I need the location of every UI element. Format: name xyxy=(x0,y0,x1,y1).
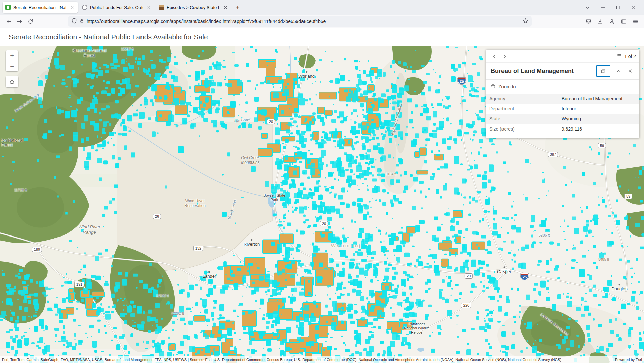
field-value: 9,629,116 xyxy=(558,124,639,134)
tab-close-icon[interactable] xyxy=(145,4,152,11)
url-bar[interactable]: https://outdooralliance.maps.arcgis.com/… xyxy=(68,16,532,27)
menu-icon[interactable] xyxy=(630,16,641,27)
home-button[interactable] xyxy=(6,76,18,87)
tab-bar: Senate Reconciliation - Nationa Public L… xyxy=(0,0,644,15)
popup-pager-row: 1 of 2 xyxy=(486,50,639,63)
field-label: Agency xyxy=(486,94,558,104)
attribute-row: Size (acres) 9,629,116 xyxy=(486,124,639,134)
tab-senate-reconciliation[interactable]: Senate Reconciliation - Nationa xyxy=(3,2,78,13)
outdoor-alliance-favicon xyxy=(82,5,87,10)
page-title: Senate Reconciliation - National Public … xyxy=(9,33,208,41)
collapse-popup-button[interactable] xyxy=(613,66,625,76)
next-feature-button[interactable] xyxy=(499,51,510,61)
tab-title: Senate Reconciliation - Nationa xyxy=(13,5,66,10)
list-all-tabs-button[interactable] xyxy=(579,1,595,13)
close-popup-button[interactable] xyxy=(625,66,636,76)
feature-pager: 1 of 2 xyxy=(616,53,636,59)
zoom-out-button[interactable]: − xyxy=(6,61,18,71)
feature-pager-count: 1 of 2 xyxy=(624,53,636,59)
zoom-to-icon xyxy=(491,83,496,90)
field-label: Department xyxy=(486,104,558,114)
dock-icon xyxy=(601,68,606,74)
attribute-row: Agency Bureau of Land Management xyxy=(486,94,639,104)
new-tab-button[interactable]: + xyxy=(233,2,243,12)
powered-by-esri: Powered by Esri xyxy=(610,358,642,362)
downloads-icon[interactable] xyxy=(595,16,605,27)
attribute-row: State Wyoming xyxy=(486,114,639,124)
attribution-sources: Esri, TomTom, Garmin, SafeGraph, FAO, ME… xyxy=(2,358,561,362)
app-header: Senate Reconciliation - National Public … xyxy=(0,28,644,46)
feature-list-icon[interactable] xyxy=(616,53,622,59)
zoom-to-row: Zoom to xyxy=(486,80,639,94)
feature-popup: 1 of 2 Bureau of Land Management Zoom to… xyxy=(486,50,639,138)
window-controls xyxy=(579,1,641,13)
field-value: Bureau of Land Management xyxy=(558,94,639,104)
bookmark-star-icon[interactable] xyxy=(523,18,528,25)
map-canvas[interactable]: Shoshone National Forest Worland Owl Cre… xyxy=(0,46,644,363)
tab-close-icon[interactable] xyxy=(69,4,75,11)
toolbar-icons xyxy=(583,16,641,27)
tab-public-lands[interactable]: Public Lands For Sale: Outdoor xyxy=(79,2,155,13)
field-label: Size (acres) xyxy=(486,124,558,134)
popup-header: Bureau of Land Management xyxy=(486,63,639,80)
tab-title: Public Lands For Sale: Outdoor xyxy=(90,5,143,10)
sidebar-icon[interactable] xyxy=(618,16,629,27)
lock-icon[interactable] xyxy=(80,19,84,24)
field-label: State xyxy=(486,114,558,124)
reload-button[interactable] xyxy=(25,16,36,27)
chevron-up-icon xyxy=(616,68,621,74)
tab-episodes-cowboy[interactable]: Episodes > Cowboy State Politic xyxy=(156,2,231,13)
home-icon xyxy=(9,79,15,84)
field-value: Wyoming xyxy=(558,114,639,124)
tab-close-icon[interactable] xyxy=(222,4,229,11)
forward-button[interactable] xyxy=(14,16,25,27)
podcast-favicon xyxy=(159,5,164,10)
zoom-in-button[interactable]: + xyxy=(6,50,18,61)
attribute-row: Department Interior xyxy=(486,104,639,114)
back-button[interactable] xyxy=(3,16,14,27)
tab-title: Episodes > Cowboy State Politic xyxy=(167,5,219,10)
navigation-bar: https://outdooralliance.maps.arcgis.com/… xyxy=(0,15,644,28)
account-icon[interactable] xyxy=(606,16,617,27)
close-window-button[interactable] xyxy=(626,1,641,13)
dock-popup-button[interactable] xyxy=(596,65,610,77)
attribute-table: Agency Bureau of Land Management Departm… xyxy=(486,94,639,134)
arcgis-favicon xyxy=(5,5,11,10)
zoom-controls: + − xyxy=(6,50,18,71)
reservation-area xyxy=(117,122,272,273)
map-attribution: Esri, TomTom, Garmin, SafeGraph, FAO, ME… xyxy=(0,356,644,363)
pocket-save-icon[interactable] xyxy=(583,16,594,27)
field-value: Interior xyxy=(558,104,639,114)
tracking-protection-shield-icon[interactable] xyxy=(71,18,77,25)
zoom-to-link[interactable]: Zoom to xyxy=(498,84,516,89)
popup-title: Bureau of Land Management xyxy=(491,68,596,75)
restore-window-button[interactable] xyxy=(610,1,626,13)
previous-feature-button[interactable] xyxy=(489,51,499,61)
url-text: https://outdooralliance.maps.arcgis.com/… xyxy=(87,19,520,24)
minimize-window-button[interactable] xyxy=(595,1,610,13)
close-icon xyxy=(628,68,633,74)
